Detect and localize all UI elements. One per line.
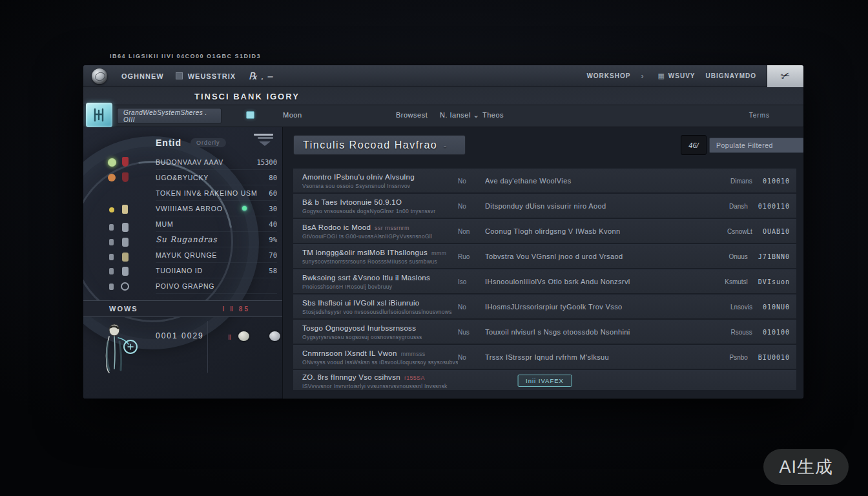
profile-card[interactable]: 0001 0029 ‖ xyxy=(83,317,282,379)
profile-code: 0001 0029 xyxy=(156,331,204,340)
nav-item-theos[interactable]: Theos xyxy=(482,111,504,119)
main-content: Tinculis Rocoad Havfrao ⌄ 46/ CHEKS BALA… xyxy=(293,127,796,399)
table-row[interactable]: Tosgo Ognogyosd InurbssrnsossOygsyrysrvs… xyxy=(293,320,796,344)
subheader: TINSCI BANK IGORY xyxy=(83,87,803,105)
window-title: TINSCI BANK IGORY xyxy=(194,92,300,101)
row-title: Tosgo Ognogyosd Inurbssrnsoss xyxy=(302,324,458,332)
row-id: OUAB10 xyxy=(763,228,790,235)
sidebar-list: BUDONVAAV AAAV15300 UGO&BYUCKY80 TOKEN I… xyxy=(156,154,277,294)
wallet-button[interactable]: WSUVY xyxy=(668,72,696,79)
row-id: 010100 xyxy=(763,329,790,336)
sidebar-item-4[interactable]: VWIIIIAMS ABROO30 xyxy=(156,201,277,216)
sidebar-item-5[interactable]: MUM40 xyxy=(156,216,277,232)
sidebar-item-2[interactable]: UGO&BYUCKY80 xyxy=(156,170,277,185)
sidebar-item-label: TUOIIANO ID xyxy=(156,267,264,274)
row-id: J71BNN0 xyxy=(758,253,790,260)
close-scissors-icon: ✂ xyxy=(779,68,792,83)
transaction-table: Amontro IPsbnu'u oIniv AlvsulngVsonsra s… xyxy=(293,169,796,391)
coin-badge-icon[interactable] xyxy=(269,331,280,341)
sidebar-item-label: MAYUK QRUNGE xyxy=(156,251,264,259)
row-tag: Iso xyxy=(458,278,485,285)
sidebar-item-label: TOKEN INV& RAKEINO USM xyxy=(156,189,264,197)
row-id: 0100110 xyxy=(758,203,790,210)
table-row[interactable]: BsA Rodoo ic Moodssr rnssrnrmGtVoouiFOGI… xyxy=(293,219,796,243)
row-tag: No xyxy=(458,178,485,185)
row-title: Sbs Ihsflsoi ui IVGoll xsl iBiunruio xyxy=(302,299,458,307)
row-id: 010010 xyxy=(763,178,790,185)
sidebar-item-7[interactable]: MAYUK QRUNGE70 xyxy=(156,247,277,263)
nav-item-iansel[interactable]: N. Iansel ⌄ xyxy=(440,111,479,119)
sidebar-item-8[interactable]: TUOIIANO ID58 xyxy=(156,263,277,278)
row-subtitle: Pnoiosshson6H IRosoulj bovbruuy xyxy=(302,284,458,290)
menu-item-1[interactable]: OGHNNEW xyxy=(121,72,164,80)
terms-link[interactable]: Terms xyxy=(749,112,770,119)
row-id: BIU0010 xyxy=(758,354,790,361)
row-title: BsA Rodoo ic Moodssr rnssrnrm xyxy=(302,223,458,231)
sidebar-item-label: MUM xyxy=(156,220,264,228)
menu-item-2[interactable]: WEUSSTRIX xyxy=(188,72,236,80)
sidebar-item-1[interactable]: BUDONVAAV AAAV15300 xyxy=(156,154,277,170)
row-description: Ditsponduy dUisn vsisurir niro Aood xyxy=(485,202,664,210)
sidebar-item-label: UGO&BYUCKY xyxy=(156,174,264,181)
row-subtitle: ISVvvvsnor Invrvrtoisrlyi vvsunssrvsvnou… xyxy=(302,383,458,389)
red-mark-icon: ‖ xyxy=(228,334,231,341)
titlebar: OGHNNEW WEUSSTRIX ℞ . ‒ WORKSHOP › ▦ WSU… xyxy=(83,65,803,87)
section-stats: I ‖ 85 xyxy=(223,305,250,313)
table-row-last[interactable]: ZO. 8rs fInnngy Vso csihvsnr155SAISVvvvs… xyxy=(293,370,796,390)
wallet-badge-icon: ▦ xyxy=(657,72,664,80)
table-row[interactable]: Cnmrnsoon IXsndt IL VwonmmmsssONvsyss vo… xyxy=(293,345,796,369)
row-description: Trssx IStrsspr Iqnud rvfrhm M'slksuu xyxy=(485,353,664,361)
workshop-button[interactable]: WORKSHOP xyxy=(586,72,630,79)
row-tag: Ruo xyxy=(458,253,485,260)
row-title: ZO. 8rs fInnngy Vso csihvsnr155SA xyxy=(302,373,458,381)
row-title: Bwksoing ssrt &Vsnoo Itlu il Maslons xyxy=(302,274,458,282)
row-subtitle: Gogyso vnsousouds dogsNyoGlnsr 1n00 tnys… xyxy=(302,208,458,214)
sidebar-item-value: 58 xyxy=(269,267,277,274)
square-icon xyxy=(176,72,183,79)
chevron-right-icon[interactable]: › xyxy=(641,72,643,81)
brand-logo-icon[interactable] xyxy=(86,103,112,127)
nav-item-moon[interactable]: Moon xyxy=(283,111,302,119)
sidebar-item-value: 9% xyxy=(269,236,277,243)
sidebar: Entid Orderly BUDONVAAV AAAV15300 UGO&BY… xyxy=(83,127,283,399)
app-window: OGHNNEW WEUSSTRIX ℞ . ‒ WORKSHOP › ▦ WSU… xyxy=(83,65,804,399)
upgrade-button[interactable]: UBIGNAYMDO xyxy=(705,72,756,79)
row-subtitle: Vsonsra sou ossoio Ssysnsnuol Inssnvov xyxy=(302,183,458,189)
app-globe-icon xyxy=(92,68,107,84)
row-id: 010NU0 xyxy=(763,304,790,311)
table-row[interactable]: Bwksoing ssrt &Vsnoo Itlu il MaslonsPnoi… xyxy=(293,269,796,293)
page-count-button[interactable]: 46/ xyxy=(681,135,707,155)
section-label: WOWS xyxy=(109,305,138,313)
ai-watermark: AI生成 xyxy=(763,449,849,485)
row-description: IHosmsJUrssorisrpiur tyGoolk Trov Vsso xyxy=(485,303,664,311)
avatar xyxy=(100,322,140,377)
close-button[interactable]: ✂ xyxy=(767,65,803,87)
sidebar-item-value: 30 xyxy=(269,205,277,212)
row-description: Tobvstra Vou VGnsnl jnoo d urod Vrsaod xyxy=(485,253,664,260)
sidebar-item-value: 15300 xyxy=(256,158,277,166)
table-row[interactable]: B& b Taes Ivtoonuie 50.9.1OGogyso vnsous… xyxy=(293,194,796,218)
row-status: Dansh xyxy=(729,203,748,210)
account-selector[interactable]: GrandWebSystemSheres . OIII xyxy=(117,108,222,124)
medal-badge-icon[interactable] xyxy=(238,331,249,341)
load-more-button[interactable]: Inii IVAFEX xyxy=(517,375,572,387)
sidebar-header-pill[interactable]: Orderly xyxy=(191,138,226,147)
nav-item-browse[interactable]: Browsest xyxy=(396,111,428,119)
table-row[interactable]: TM longgg&olir mslMoB IThsllongusmmmsuny… xyxy=(293,244,796,268)
row-tag: No xyxy=(458,354,485,361)
sidebar-item-9[interactable]: POIVO GRAPNG xyxy=(156,278,277,294)
sidebar-header: Entid xyxy=(156,138,181,148)
menu-stack-icon[interactable] xyxy=(254,132,273,146)
checkbox-icon[interactable] xyxy=(246,111,254,119)
table-row[interactable]: Sbs Ihsflsoi ui IVGoll xsl iBiunruioStos… xyxy=(293,294,796,318)
sidebar-item-6[interactable]: Su Rugandras9% xyxy=(156,232,277,247)
account-name: GrandWebSystemSheres . OIII xyxy=(123,109,221,123)
sidebar-item-label: Su Rugandras xyxy=(156,235,264,244)
row-tag: No xyxy=(458,304,485,311)
filter-input[interactable] xyxy=(709,138,804,153)
sidebar-section-header: WOWS I ‖ 85 xyxy=(83,300,282,317)
script-mark-icon: ℞ . ‒ xyxy=(249,70,273,82)
table-row[interactable]: Amontro IPsbnu'u oIniv AlvsulngVsonsra s… xyxy=(293,169,796,192)
row-status: Lnsovis xyxy=(730,304,752,311)
sidebar-item-3[interactable]: TOKEN INV& RAKEINO USM60 xyxy=(156,185,277,201)
